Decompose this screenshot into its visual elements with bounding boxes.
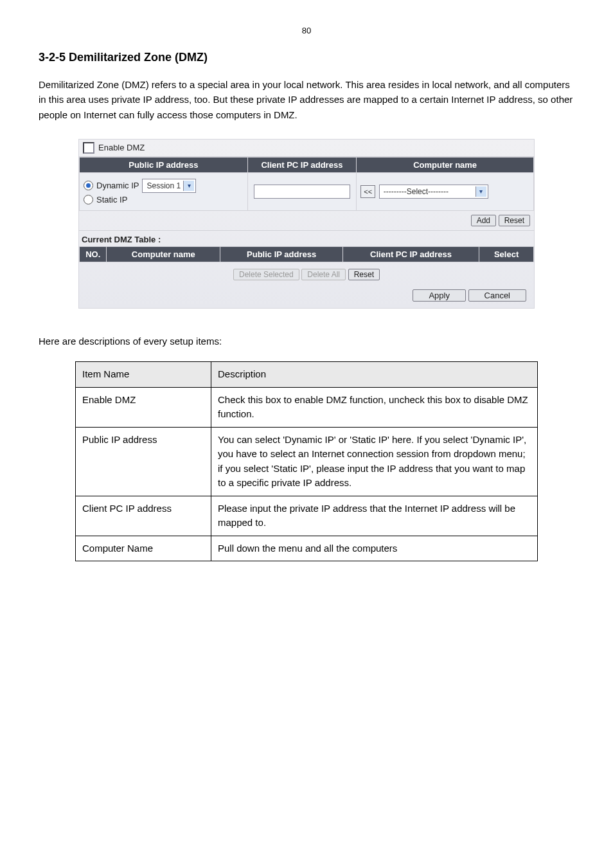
computer-name-dropdown-value: ---------Select-------- xyxy=(384,187,449,196)
session-dropdown[interactable]: Session 1 ▾ xyxy=(142,179,196,193)
dynamic-ip-label: Dynamic IP xyxy=(96,181,139,190)
col-client-ip-2: Client PC IP address xyxy=(343,246,479,262)
page-number: 80 xyxy=(39,26,574,35)
col-no: NO. xyxy=(80,246,107,262)
desc-text: Check this box to enable DMZ function, u… xyxy=(211,387,538,427)
table-row: Computer Name Pull down the menu and all… xyxy=(76,536,538,561)
current-dmz-table-heading: Current DMZ Table : xyxy=(79,231,534,246)
session-dropdown-value: Session 1 xyxy=(147,181,181,190)
section-title: 3-2-5 Demilitarized Zone (DMZ) xyxy=(39,51,574,64)
col-public-ip-2: Public IP address xyxy=(220,246,343,262)
chevron-down-icon: ▾ xyxy=(475,186,486,197)
desc-item: Public IP address xyxy=(76,427,211,496)
desc-text: Please input the private IP address that… xyxy=(211,496,538,536)
desc-text: Pull down the menu and all the computers xyxy=(211,536,538,561)
col-computer-name-2: Computer name xyxy=(107,246,220,262)
current-dmz-table: NO. Computer name Public IP address Clie… xyxy=(79,246,534,262)
desc-item: Computer Name xyxy=(76,536,211,561)
desc-header-item: Item Name xyxy=(76,362,211,388)
col-computer-name: Computer name xyxy=(357,157,534,172)
reset-button[interactable]: Reset xyxy=(499,215,530,226)
static-ip-radio[interactable] xyxy=(84,195,93,204)
chevron-down-icon: ▾ xyxy=(183,181,194,191)
apply-button[interactable]: Apply xyxy=(413,289,466,302)
dynamic-ip-radio[interactable] xyxy=(84,181,93,190)
desc-item: Client PC IP address xyxy=(76,496,211,536)
add-button[interactable]: Add xyxy=(471,215,496,226)
desc-header-desc: Description xyxy=(211,362,538,388)
dmz-entry-table: Public IP address Client PC IP address C… xyxy=(79,157,534,211)
computer-name-dropdown[interactable]: ---------Select-------- ▾ xyxy=(379,185,488,199)
col-public-ip: Public IP address xyxy=(80,157,248,172)
descriptions-intro: Here are descriptions of every setup ite… xyxy=(39,334,574,349)
dmz-settings-panel: Enable DMZ Public IP address Client PC I… xyxy=(78,139,535,309)
cancel-button[interactable]: Cancel xyxy=(468,289,526,302)
col-select: Select xyxy=(479,246,534,262)
delete-all-button[interactable]: Delete All xyxy=(301,269,346,280)
static-ip-label: Static IP xyxy=(96,195,127,204)
table-row: Enable DMZ Check this box to enable DMZ … xyxy=(76,387,538,427)
table-row: Public IP address You can select 'Dynami… xyxy=(76,427,538,496)
desc-text: You can select 'Dynamic IP' or 'Static I… xyxy=(211,427,538,496)
intro-text: Demilitarized Zone (DMZ) refers to a spe… xyxy=(39,77,574,122)
enable-dmz-checkbox[interactable] xyxy=(83,142,94,154)
col-client-ip: Client PC IP address xyxy=(247,157,357,172)
enable-dmz-label: Enable DMZ xyxy=(98,143,145,152)
desc-item: Enable DMZ xyxy=(76,387,211,427)
client-pc-ip-input[interactable] xyxy=(254,185,350,199)
table-row: Client PC IP address Please input the pr… xyxy=(76,496,538,536)
assign-button[interactable]: << xyxy=(360,185,375,198)
delete-selected-button[interactable]: Delete Selected xyxy=(233,269,299,280)
descriptions-table: Item Name Description Enable DMZ Check t… xyxy=(75,361,538,561)
reset-table-button[interactable]: Reset xyxy=(348,269,380,280)
